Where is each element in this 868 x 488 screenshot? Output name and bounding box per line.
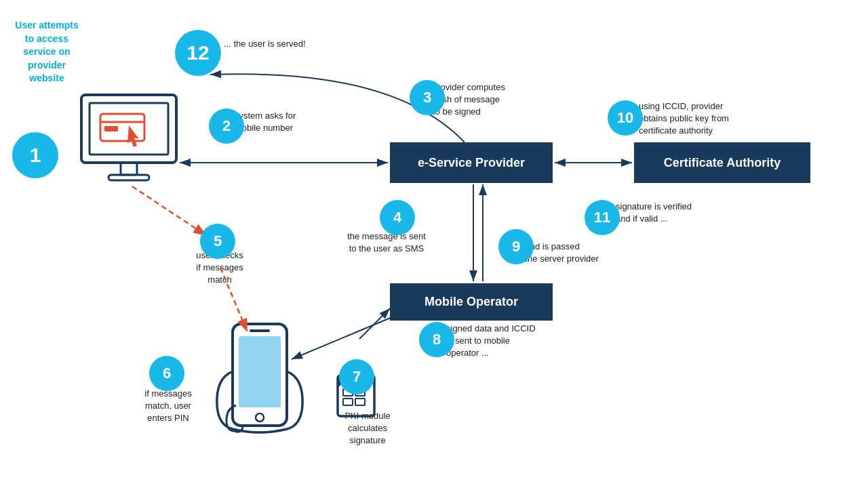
label-8: signed data and ICCIDis sent to mobileop… xyxy=(446,323,578,360)
circle-4: 4 xyxy=(380,200,415,235)
circle-7: 7 xyxy=(339,359,374,394)
circle-5: 5 xyxy=(200,224,235,259)
svg-rect-22 xyxy=(239,336,281,407)
circle-1: 1 xyxy=(12,132,58,178)
circle-8: 8 xyxy=(419,322,454,357)
svg-line-9 xyxy=(359,308,390,339)
svg-rect-24 xyxy=(250,329,270,332)
user-attempts-label: User attemptsto accessservice onprovider… xyxy=(9,19,84,85)
e-service-provider-box: e-Service Provider xyxy=(390,142,553,183)
circle-9: 9 xyxy=(498,229,534,264)
diagram: User attemptsto accessservice onprovider… xyxy=(0,0,868,488)
phone-icon xyxy=(209,317,317,453)
svg-rect-19 xyxy=(121,163,137,175)
svg-rect-30 xyxy=(355,399,365,405)
label-10: using ICCID, providerobtains public key … xyxy=(639,100,781,138)
svg-rect-17 xyxy=(104,126,118,131)
svg-marker-18 xyxy=(127,125,139,147)
svg-point-23 xyxy=(256,413,264,422)
circle-10: 10 xyxy=(608,100,643,136)
label-4: the message is sentto the user as SMS xyxy=(332,230,441,255)
circle-11: 11 xyxy=(585,200,620,235)
circle-6: 6 xyxy=(149,356,184,391)
label-11: signature is verifiedand if valid ... xyxy=(616,201,692,225)
computer-icon xyxy=(75,88,183,197)
mobile-operator-box: Mobile Operator xyxy=(390,283,553,321)
svg-rect-20 xyxy=(108,175,149,180)
circle-2: 2 xyxy=(209,108,244,144)
label-12: ... the user is served! xyxy=(224,38,306,50)
svg-rect-29 xyxy=(343,399,353,405)
label-6: if messagesmatch, userenters PIN xyxy=(127,388,209,425)
circle-3: 3 xyxy=(410,80,445,115)
circle-12: 12 xyxy=(175,30,221,76)
certificate-authority-box: Certificate Authority xyxy=(634,142,810,183)
